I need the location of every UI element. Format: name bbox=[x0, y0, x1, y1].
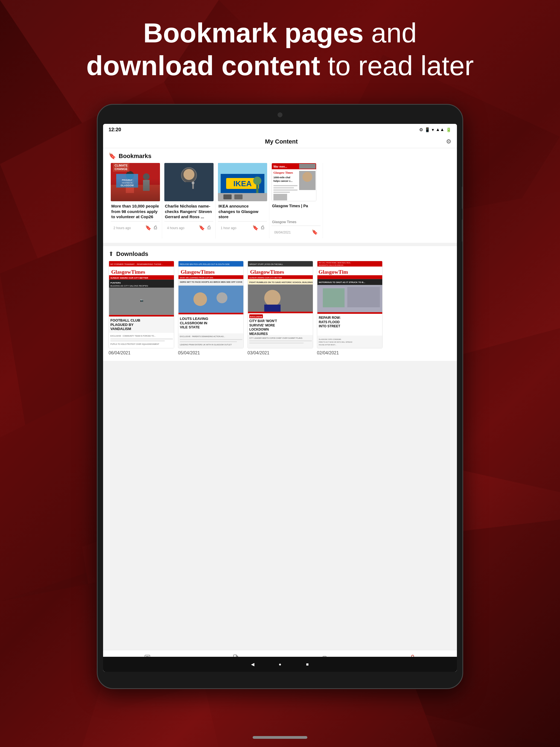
svg-text:CITY LEADER MEETS COP26 CHIEF : CITY LEADER MEETS COP26 CHIEF OVER SUMMI… bbox=[249, 337, 302, 339]
svg-rect-82 bbox=[179, 285, 244, 312]
volume-up-button[interactable] bbox=[462, 187, 463, 209]
home-indicator[interactable] bbox=[253, 736, 307, 739]
svg-text:GLASGOW COPS CONDEMN: GLASGOW COPS CONDEMN bbox=[319, 338, 341, 340]
svg-point-27 bbox=[192, 182, 195, 184]
download-date-1: 06/04/2021 bbox=[108, 351, 174, 356]
gt2-svg: REDUCED BIN PICK-UPS ROLLED OUT IN SOUTH… bbox=[178, 261, 244, 348]
svg-text:LOUTS LEAVING: LOUTS LEAVING bbox=[180, 317, 208, 321]
svg-point-83 bbox=[193, 292, 207, 306]
download-date-2: 05/04/2021 bbox=[178, 351, 244, 356]
bookmark-paper-icon[interactable]: 🔖 bbox=[312, 229, 318, 235]
downloads-section: ⬆ Downloads MY FORMER TEAMMAT... RE bbox=[103, 246, 457, 361]
downloads-title: Downloads bbox=[116, 251, 148, 258]
download-icon: ⬆ bbox=[108, 251, 113, 258]
paper-source: Glasgow Times bbox=[269, 220, 323, 224]
bookmark-ikea-icon[interactable]: 🔖 bbox=[252, 225, 258, 231]
svg-text:HOSTED IN: HOSTED IN bbox=[122, 182, 132, 184]
bookmark-card-cop26[interactable]: CLIMATECHANGE PR bbox=[108, 163, 162, 238]
paper-time: 06/04/2021 bbox=[272, 228, 294, 234]
svg-rect-71 bbox=[110, 340, 165, 341]
screen: 12:20 ⚙ 📱 ▾ ▲▲ 🔋 My Content ⚙ 🔖 Bookmark… bbox=[103, 124, 457, 672]
download-card-1[interactable]: MY FORMER TEAMMAT... REMEMBERING THOSE..… bbox=[108, 261, 174, 356]
svg-rect-92 bbox=[180, 339, 243, 340]
svg-text:NO CALL FROM HOME | NEW DEAL R: NO CALL FROM HOME | NEW DEAL REAL bbox=[319, 262, 351, 264]
android-home[interactable]: ● bbox=[277, 662, 283, 667]
ikea-img-svg: IKEA bbox=[218, 163, 267, 201]
svg-rect-15 bbox=[126, 179, 134, 193]
download-img-3: WRIGHT STUFF | EYES ON THE BALL GlasgowT… bbox=[248, 261, 313, 349]
header-line1-bold: Bookmark pages bbox=[143, 18, 364, 48]
svg-text:EXCLUSIVE · PARENTS DEMANDING : EXCLUSIVE · PARENTS DEMANDING ACTION AS.… bbox=[180, 335, 225, 337]
android-recent[interactable]: ■ bbox=[305, 662, 310, 667]
share-charlie-icon[interactable]: ⎙ bbox=[207, 225, 210, 231]
svg-text:GlasgowTim: GlasgowTim bbox=[319, 269, 348, 275]
svg-text:REPAIR ROW:: REPAIR ROW: bbox=[319, 316, 341, 319]
android-back[interactable]: ◀ bbox=[250, 662, 255, 667]
page-title: My Content bbox=[265, 138, 298, 145]
svg-point-84 bbox=[217, 292, 228, 303]
svg-rect-133 bbox=[317, 312, 383, 314]
svg-text:REDUCED BIN PICK-UPS ROLLED OU: REDUCED BIN PICK-UPS ROLLED OUT IN SOUTH… bbox=[180, 263, 230, 265]
download-date-4: 02/04/2021 bbox=[317, 351, 383, 356]
download-card-3[interactable]: WRIGHT STUFF | EYES ON THE BALL GlasgowT… bbox=[248, 261, 313, 356]
volume-down-button[interactable] bbox=[462, 220, 463, 241]
svg-rect-33 bbox=[223, 195, 232, 199]
settings-icon[interactable]: ⚙ bbox=[446, 138, 452, 145]
gt3-svg: WRIGHT STUFF | EYES ON THE BALL GlasgowT… bbox=[248, 261, 313, 348]
svg-text:WHAT WE LEARNED FROM CUP WIN: WHAT WE LEARNED FROM CUP WIN bbox=[180, 277, 213, 279]
svg-text:WRIGHT STUFF | EYES ON THE BAL: WRIGHT STUFF | EYES ON THE BALL bbox=[249, 263, 283, 265]
battery-icon: 🔋 bbox=[446, 127, 452, 132]
svg-rect-47 bbox=[274, 187, 294, 188]
bookmarks-scroll: CLIMATECHANGE PR bbox=[103, 163, 457, 238]
svg-rect-132 bbox=[347, 287, 380, 307]
settings-status-icon: ⚙ bbox=[419, 127, 423, 132]
device-icon: 📱 bbox=[425, 127, 430, 132]
header-line2-light: to read later bbox=[320, 50, 474, 81]
bookmark-card-paper[interactable]: War men... Glasgow Times 1000-mile chal … bbox=[269, 163, 323, 238]
bookmark-action-icon[interactable]: 🔖 bbox=[145, 225, 151, 231]
camera bbox=[278, 112, 282, 117]
svg-text:PUPILS TO HOLD PROTEST OVER SQ: PUPILS TO HOLD PROTEST OVER SQA ASSESSME… bbox=[110, 343, 159, 345]
svg-text:HOUSE AFTER BODY...: HOUSE AFTER BODY... bbox=[319, 344, 337, 345]
svg-text:GERS SET TO FACE HOOPS AS IBRO: GERS SET TO FACE HOOPS AS IBROX MEN SEE … bbox=[180, 281, 242, 283]
svg-text:FIGHT RUMBLES ON TO SAVE HISTO: FIGHT RUMBLES ON TO SAVE HISTORIC SCHOOL… bbox=[249, 281, 313, 284]
svg-rect-85 bbox=[179, 313, 244, 314]
svg-rect-118 bbox=[249, 343, 304, 343]
download-card-4[interactable]: NO CALL FROM HOME | NEW DEAL REAL RESIDE… bbox=[317, 261, 383, 356]
wifi-icon: ▾ bbox=[432, 127, 434, 132]
charlie-title: Charlie Nicholas name-checks Rangers' St… bbox=[162, 203, 215, 221]
download-img-4: NO CALL FROM HOME | NEW DEAL REAL RESIDE… bbox=[317, 261, 383, 349]
svg-point-45 bbox=[302, 172, 312, 182]
svg-rect-70 bbox=[110, 338, 173, 339]
bookmark-charlie-icon[interactable]: 🔖 bbox=[199, 225, 205, 231]
android-nav: ◀ ● ■ bbox=[103, 657, 457, 672]
bookmark-icon: 🔖 bbox=[108, 153, 116, 160]
svg-rect-21 bbox=[143, 180, 150, 191]
svg-text:SURVIVE' MORE: SURVIVE' MORE bbox=[249, 324, 275, 327]
header-section: Bookmark pages and download content to r… bbox=[0, 17, 560, 82]
svg-text:Glasgow Times: Glasgow Times bbox=[274, 171, 293, 174]
download-card-2[interactable]: REDUCED BIN PICK-UPS ROLLED OUT IN SOUTH… bbox=[178, 261, 244, 356]
cop26-actions: 🔖 ⎙ bbox=[143, 223, 160, 231]
svg-text:FOOTBALL CLUB: FOOTBALL CLUB bbox=[110, 318, 140, 323]
svg-rect-131 bbox=[323, 288, 345, 307]
main-content: 🔖 Bookmarks CLIMATECHANGE bbox=[103, 148, 457, 650]
share-icon[interactable]: ⎙ bbox=[154, 225, 157, 231]
bookmarks-header: 🔖 Bookmarks bbox=[103, 148, 457, 163]
svg-text:BUZZING AS CITY SALONS REOPEN: BUZZING AS CITY SALONS REOPEN bbox=[110, 285, 148, 287]
svg-point-36 bbox=[253, 177, 261, 185]
svg-text:INTO STREET: INTO STREET bbox=[319, 324, 340, 328]
svg-text:EXCLUSIVE: EXCLUSIVE bbox=[250, 315, 262, 318]
bookmark-card-charlie[interactable]: Charlie Nicholas name-checks Rangers' St… bbox=[162, 163, 216, 238]
svg-text:PROUDLY: PROUDLY bbox=[122, 179, 133, 181]
svg-rect-106 bbox=[264, 305, 281, 312]
bookmark-card-ikea[interactable]: IKEA IKEA announce changes to Glasgow st… bbox=[216, 163, 269, 238]
bookmarks-section: 🔖 Bookmarks CLIMATECHANGE bbox=[103, 148, 457, 243]
svg-text:RESIDENTS CALLS ON SPECIFI...: RESIDENTS CALLS ON SPECIFI... bbox=[319, 264, 345, 266]
svg-text:MY FORMER TEAMMAT... REMEMBERI: MY FORMER TEAMMAT... REMEMBERING THOSE..… bbox=[110, 263, 163, 265]
svg-rect-48 bbox=[274, 189, 298, 190]
charlie-image bbox=[164, 163, 213, 201]
paper-image: War men... Glasgow Times 1000-mile chal … bbox=[272, 163, 316, 201]
svg-text:War men...: War men... bbox=[274, 165, 287, 168]
share-ikea-icon[interactable]: ⎙ bbox=[261, 225, 264, 231]
